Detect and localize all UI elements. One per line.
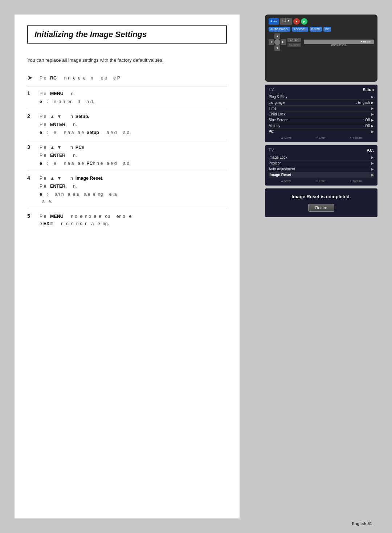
nav-grid: ▲ ◄ ► ▼: [269, 33, 286, 51]
psize-btn: P.SIZE: [310, 27, 322, 32]
pc-item-imagereset: Image Reset ▶: [269, 172, 374, 178]
pc-item-label: Image Reset: [270, 173, 291, 177]
setup-menu-items: Plug & Play ▶ Language : English ▶ Time …: [269, 94, 374, 134]
pc-item-arrow: ▶: [371, 173, 374, 177]
image-reset-message: Image Reset is completed.: [269, 194, 374, 199]
menu-item-label: Blue Screen: [269, 118, 288, 122]
menu-item-value: : Off ▶: [363, 118, 374, 122]
step-4-line1: P e ▲ ▼ n Image Reset.: [40, 175, 227, 182]
setup-tv-label: T.V.: [269, 88, 274, 92]
step-4-line2: P e ENTER n.: [40, 183, 227, 190]
remote-main-controls: ▲ ◄ ► ▼ ENTER RETURN ✦ RESET BN59-006GA: [269, 33, 374, 51]
step-4-content: P e ▲ ▼ n Image Reset. P e ENTER n. e : …: [40, 175, 227, 205]
menu-item-melody: Melody : Off ▶: [269, 123, 374, 129]
menu-item-value: : Off ▶: [363, 124, 374, 128]
menu-item-time: Time ▶: [269, 106, 374, 111]
step-5: 5 P e MENU n o e n o e e ou en o e e EXI…: [27, 209, 227, 232]
menu-item-label: Language: [269, 101, 285, 105]
enter-term-2: ENTER: [50, 122, 65, 127]
step-1-result: e : e a n en d a d.: [40, 98, 227, 105]
step-4: 4 P e ▲ ▼ n Image Reset. P e ENTER n. e …: [27, 171, 227, 209]
step-3-number: 3: [27, 144, 34, 150]
image-reset-term: Image Reset.: [75, 176, 103, 181]
pc-menu-panel: T.V. P.C. Image Lock ▶ Position ▶ Auto A…: [265, 145, 377, 186]
remote-header: 1-11 4 2 ▼ ● ▶: [269, 18, 374, 25]
step-2-line2: P e ENTER n.: [40, 121, 227, 128]
setup-term: Setup.: [75, 114, 89, 119]
arrow-step: ➤ P e RC n n e e e n e e e P: [27, 71, 227, 86]
menu-term-1: MENU: [50, 91, 64, 96]
pc-item-autoadj: Auto Adjustment ▶: [269, 166, 374, 172]
setup-menu-footer: ▲ Move ⏎ Enter ↩ Return: [269, 136, 374, 139]
footer-return: ↩ Return: [350, 136, 362, 139]
menu-item-value: : English ▶: [356, 101, 374, 105]
pc-menu-items: Image Lock ▶ Position ▶ Auto Adjustment …: [269, 155, 374, 178]
steps-container: ➤ P e RC n n e e e n e e e P 1 P e MENU …: [27, 71, 227, 232]
enter-term-4: ENTER: [50, 184, 65, 189]
footer-return: ↩ Return: [350, 179, 362, 183]
return-button[interactable]: Return: [308, 204, 334, 212]
footer-enter: ⏎ Enter: [315, 179, 326, 183]
step-3-line2: P e ENTER n.: [40, 152, 227, 159]
remote-side-buttons: ENTER RETURN: [287, 38, 301, 47]
remote-tab-2: 4 2 ▼: [280, 18, 292, 25]
menu-item-bluescreen: Blue Screen : Off ▶: [269, 117, 374, 123]
footer-move: ▲ Move: [281, 136, 291, 139]
enter-side-btn: ENTER: [287, 38, 301, 42]
pc-btn: PC: [323, 27, 331, 32]
remote-tab-4: ▶: [301, 18, 307, 25]
image-reset-panel: Image Reset is completed. Return: [265, 188, 377, 217]
return-side-btn: RETURN: [287, 43, 301, 47]
step-3-result: e : e n a a a e PCh n e a e d a d.: [40, 160, 227, 167]
step-3: 3 P e ▲ ▼ n PCe P e ENTER n. e : e n a a…: [27, 140, 227, 171]
exit-term: EXIT: [43, 221, 53, 226]
menu-term-5: MENU: [50, 214, 64, 219]
remote-tabs: 1-11 4 2 ▼ ● ▶: [269, 18, 307, 25]
step-2-number: 2: [27, 113, 34, 119]
footer-move: ▲ Move: [281, 179, 291, 183]
step-5-number: 5: [27, 213, 34, 219]
pc-item-label: Auto Adjustment: [269, 167, 295, 171]
remote-tab-1: 1-11: [269, 18, 279, 25]
pc-menu-header: T.V. P.C.: [269, 148, 374, 152]
intro-text: You can replace all image settings with …: [27, 57, 227, 63]
right-panel: 1-11 4 2 ▼ ● ▶ AUTO PROG. ADD/DEL P.SIZE…: [265, 15, 377, 217]
pc-item-position: Position ▶: [269, 160, 374, 166]
pc-tv-label: T.V.: [269, 148, 274, 152]
menu-item-label: Plug & Play: [269, 95, 287, 99]
pc-menu-footer: ▲ Move ⏎ Enter ↩ Return: [269, 179, 374, 183]
pc-item-label: Position: [269, 161, 282, 165]
menu-item-label: Child Lock: [269, 112, 286, 116]
step-5-line1: P e MENU n o e n o e e ou en o e e EXIT …: [40, 213, 227, 227]
tv-remote-panel: 1-11 4 2 ▼ ● ▶ AUTO PROG. ADD/DEL P.SIZE…: [265, 15, 377, 82]
arrow-step-content: P e RC n n e e e n e e e P: [40, 74, 227, 82]
arrow-symbol: ➤: [27, 74, 34, 82]
pc-item-arrow: ▶: [371, 155, 374, 159]
setup-menu-title: Setup: [363, 88, 374, 92]
pc-item-arrow: ▶: [371, 161, 374, 165]
step-2-content: P e ▲ ▼ n Setup. P e ENTER n. e : e n a …: [40, 113, 227, 136]
remote-reset-area: ✦ RESET BN59-006GA: [304, 38, 374, 46]
pc-term: PC: [75, 145, 82, 150]
pc-item-arrow: ▶: [371, 167, 374, 171]
step-1-content: P e MENU n. e : e a n en d a d.: [40, 90, 227, 105]
rc-term: RC: [50, 76, 57, 81]
page-number: English-51: [352, 521, 372, 526]
menu-item-label: Time: [269, 106, 277, 110]
footer-enter: ⏎ Enter: [315, 136, 326, 139]
step-4-result: e : an n a e a a e e ng e a a e.: [40, 191, 227, 205]
setup-term-result: Setup: [86, 130, 99, 135]
step-4-number: 4: [27, 175, 34, 181]
auto-prog-btn: AUTO PROG.: [269, 27, 290, 32]
menu-item-arrow: ▶: [371, 106, 374, 110]
step-5-content: P e MENU n o e n o e e ou en o e e EXIT …: [40, 213, 227, 228]
reset-btn: ✦ RESET: [304, 40, 374, 44]
menu-item-arrow: ▶: [371, 130, 374, 134]
arrow-step-line: P e RC n n e e e n e e e P: [40, 74, 227, 82]
setup-menu-header: T.V. Setup: [269, 88, 374, 92]
model-label: BN59-006GA: [304, 44, 374, 46]
step-2-line1: P e ▲ ▼ n Setup.: [40, 113, 227, 120]
pc-menu-title: P.C.: [367, 148, 374, 152]
page-title: Initializing the Image Settings: [34, 30, 147, 39]
title-box: Initializing the Image Settings: [27, 25, 227, 44]
